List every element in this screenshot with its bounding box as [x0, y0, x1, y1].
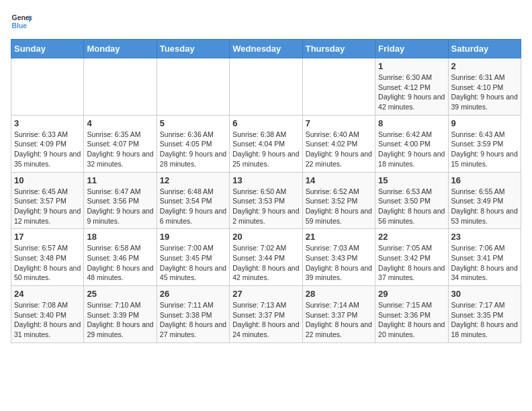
day-info: Sunrise: 6:35 AM Sunset: 4:07 PM Dayligh… [87, 130, 153, 169]
day-number: 28 [306, 289, 372, 299]
calendar-header-row: SundayMondayTuesdayWednesdayThursdayFrid… [11, 40, 521, 58]
day-number: 22 [378, 232, 445, 242]
calendar-cell: 26Sunrise: 7:11 AM Sunset: 3:38 PM Dayli… [157, 286, 229, 343]
day-info: Sunrise: 6:31 AM Sunset: 4:10 PM Dayligh… [451, 73, 518, 112]
day-number: 7 [306, 118, 372, 128]
calendar-cell: 1Sunrise: 6:30 AM Sunset: 4:12 PM Daylig… [375, 58, 448, 116]
day-info: Sunrise: 6:57 AM Sunset: 3:48 PM Dayligh… [14, 243, 81, 283]
day-number: 4 [87, 118, 153, 128]
calendar-cell: 27Sunrise: 7:13 AM Sunset: 3:37 PM Dayli… [230, 286, 302, 343]
day-number: 24 [14, 289, 81, 299]
day-number: 30 [451, 289, 518, 299]
day-info: Sunrise: 7:08 AM Sunset: 3:40 PM Dayligh… [14, 300, 81, 340]
calendar-week-2: 3Sunrise: 6:33 AM Sunset: 4:09 PM Daylig… [11, 115, 521, 172]
day-info: Sunrise: 7:14 AM Sunset: 3:37 PM Dayligh… [306, 300, 372, 340]
day-info: Sunrise: 7:06 AM Sunset: 3:41 PM Dayligh… [451, 243, 518, 283]
calendar-cell [230, 58, 302, 116]
day-info: Sunrise: 7:03 AM Sunset: 3:43 PM Dayligh… [306, 243, 372, 283]
calendar-cell: 25Sunrise: 7:10 AM Sunset: 3:39 PM Dayli… [84, 286, 157, 343]
calendar-cell: 16Sunrise: 6:55 AM Sunset: 3:49 PM Dayli… [448, 172, 521, 229]
calendar-cell: 22Sunrise: 7:05 AM Sunset: 3:42 PM Dayli… [375, 229, 448, 286]
day-info: Sunrise: 7:11 AM Sunset: 3:38 PM Dayligh… [160, 300, 226, 340]
day-info: Sunrise: 6:52 AM Sunset: 3:52 PM Dayligh… [306, 187, 372, 226]
calendar-cell: 7Sunrise: 6:40 AM Sunset: 4:02 PM Daylig… [302, 115, 375, 172]
day-number: 6 [232, 118, 299, 128]
header-thursday: Thursday [302, 40, 375, 58]
calendar-week-3: 10Sunrise: 6:45 AM Sunset: 3:57 PM Dayli… [11, 172, 521, 229]
day-info: Sunrise: 7:00 AM Sunset: 3:45 PM Dayligh… [160, 243, 226, 283]
day-number: 29 [378, 289, 445, 299]
day-number: 23 [451, 232, 518, 242]
day-info: Sunrise: 7:10 AM Sunset: 3:39 PM Dayligh… [87, 300, 153, 340]
calendar-week-4: 17Sunrise: 6:57 AM Sunset: 3:48 PM Dayli… [11, 229, 521, 286]
day-info: Sunrise: 7:13 AM Sunset: 3:37 PM Dayligh… [232, 300, 299, 340]
calendar-cell: 20Sunrise: 7:02 AM Sunset: 3:44 PM Dayli… [230, 229, 302, 286]
day-number: 16 [451, 175, 518, 185]
day-number: 15 [378, 175, 445, 185]
calendar-cell: 12Sunrise: 6:48 AM Sunset: 3:54 PM Dayli… [157, 172, 229, 229]
calendar-cell: 24Sunrise: 7:08 AM Sunset: 3:40 PM Dayli… [11, 286, 84, 343]
day-info: Sunrise: 6:58 AM Sunset: 3:46 PM Dayligh… [87, 243, 153, 283]
day-number: 5 [160, 118, 226, 128]
header-monday: Monday [84, 40, 157, 58]
calendar-cell: 19Sunrise: 7:00 AM Sunset: 3:45 PM Dayli… [157, 229, 229, 286]
day-info: Sunrise: 6:30 AM Sunset: 4:12 PM Dayligh… [378, 73, 445, 112]
day-info: Sunrise: 6:43 AM Sunset: 3:59 PM Dayligh… [451, 130, 518, 169]
day-number: 26 [160, 289, 226, 299]
day-number: 1 [378, 61, 445, 71]
day-info: Sunrise: 6:45 AM Sunset: 3:57 PM Dayligh… [14, 187, 81, 226]
calendar-cell: 4Sunrise: 6:35 AM Sunset: 4:07 PM Daylig… [84, 115, 157, 172]
calendar-cell: 10Sunrise: 6:45 AM Sunset: 3:57 PM Dayli… [11, 172, 84, 229]
day-info: Sunrise: 6:36 AM Sunset: 4:05 PM Dayligh… [160, 130, 226, 169]
header-tuesday: Tuesday [157, 40, 229, 58]
calendar-cell [302, 58, 375, 116]
day-info: Sunrise: 6:53 AM Sunset: 3:50 PM Dayligh… [378, 187, 445, 226]
day-number: 13 [232, 175, 299, 185]
day-info: Sunrise: 6:50 AM Sunset: 3:53 PM Dayligh… [232, 187, 299, 226]
calendar-week-5: 24Sunrise: 7:08 AM Sunset: 3:40 PM Dayli… [11, 286, 521, 343]
day-number: 27 [232, 289, 299, 299]
day-info: Sunrise: 6:42 AM Sunset: 4:00 PM Dayligh… [378, 130, 445, 169]
calendar-cell: 3Sunrise: 6:33 AM Sunset: 4:09 PM Daylig… [11, 115, 84, 172]
calendar-cell: 28Sunrise: 7:14 AM Sunset: 3:37 PM Dayli… [302, 286, 375, 343]
svg-text:Blue: Blue [12, 22, 28, 30]
calendar-cell: 2Sunrise: 6:31 AM Sunset: 4:10 PM Daylig… [448, 58, 521, 116]
day-number: 3 [14, 118, 81, 128]
calendar-cell: 13Sunrise: 6:50 AM Sunset: 3:53 PM Dayli… [230, 172, 302, 229]
day-number: 9 [451, 118, 518, 128]
calendar-cell: 15Sunrise: 6:53 AM Sunset: 3:50 PM Dayli… [375, 172, 448, 229]
calendar-cell: 11Sunrise: 6:47 AM Sunset: 3:56 PM Dayli… [84, 172, 157, 229]
header-saturday: Saturday [448, 40, 521, 58]
calendar-cell: 5Sunrise: 6:36 AM Sunset: 4:05 PM Daylig… [157, 115, 229, 172]
calendar-cell: 30Sunrise: 7:17 AM Sunset: 3:35 PM Dayli… [448, 286, 521, 343]
calendar-cell [11, 58, 84, 116]
calendar-cell: 6Sunrise: 6:38 AM Sunset: 4:04 PM Daylig… [230, 115, 302, 172]
day-info: Sunrise: 6:40 AM Sunset: 4:02 PM Dayligh… [306, 130, 372, 169]
day-number: 21 [306, 232, 372, 242]
calendar-cell: 21Sunrise: 7:03 AM Sunset: 3:43 PM Dayli… [302, 229, 375, 286]
calendar-cell [157, 58, 229, 116]
day-number: 11 [87, 175, 153, 185]
calendar-week-1: 1Sunrise: 6:30 AM Sunset: 4:12 PM Daylig… [11, 58, 521, 116]
calendar-cell: 8Sunrise: 6:42 AM Sunset: 4:00 PM Daylig… [375, 115, 448, 172]
day-info: Sunrise: 7:05 AM Sunset: 3:42 PM Dayligh… [378, 243, 445, 283]
day-info: Sunrise: 6:38 AM Sunset: 4:04 PM Dayligh… [232, 130, 299, 169]
calendar-cell: 14Sunrise: 6:52 AM Sunset: 3:52 PM Dayli… [302, 172, 375, 229]
day-number: 2 [451, 61, 518, 71]
day-number: 17 [14, 232, 81, 242]
day-info: Sunrise: 6:33 AM Sunset: 4:09 PM Dayligh… [14, 130, 81, 169]
day-number: 25 [87, 289, 153, 299]
day-info: Sunrise: 7:17 AM Sunset: 3:35 PM Dayligh… [451, 300, 518, 340]
day-info: Sunrise: 7:15 AM Sunset: 3:36 PM Dayligh… [378, 300, 445, 340]
header-friday: Friday [375, 40, 448, 58]
calendar-cell: 17Sunrise: 6:57 AM Sunset: 3:48 PM Dayli… [11, 229, 84, 286]
logo-icon: General Blue [11, 11, 32, 32]
calendar-cell [84, 58, 157, 116]
day-info: Sunrise: 6:55 AM Sunset: 3:49 PM Dayligh… [451, 187, 518, 226]
day-number: 8 [378, 118, 445, 128]
day-number: 10 [14, 175, 81, 185]
calendar-cell: 29Sunrise: 7:15 AM Sunset: 3:36 PM Dayli… [375, 286, 448, 343]
day-number: 12 [160, 175, 226, 185]
calendar-cell: 9Sunrise: 6:43 AM Sunset: 3:59 PM Daylig… [448, 115, 521, 172]
calendar-cell: 18Sunrise: 6:58 AM Sunset: 3:46 PM Dayli… [84, 229, 157, 286]
